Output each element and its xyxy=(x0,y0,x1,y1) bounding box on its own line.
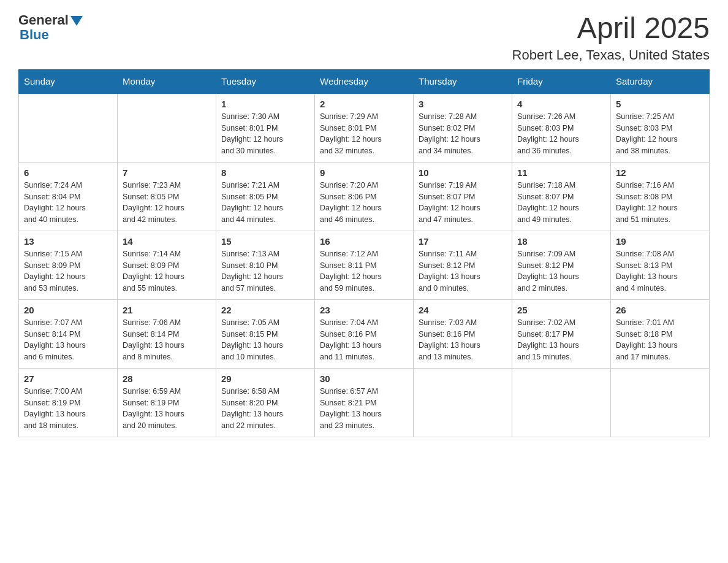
day-info: Sunrise: 7:02 AM Sunset: 8:17 PM Dayligh… xyxy=(517,317,605,363)
calendar-cell xyxy=(611,368,710,437)
day-number: 19 xyxy=(616,236,704,247)
calendar-header-row: SundayMondayTuesdayWednesdayThursdayFrid… xyxy=(19,69,710,93)
day-number: 11 xyxy=(517,167,605,178)
calendar-cell: 30Sunrise: 6:57 AM Sunset: 8:21 PM Dayli… xyxy=(315,368,414,437)
calendar-cell: 17Sunrise: 7:11 AM Sunset: 8:12 PM Dayli… xyxy=(414,231,512,299)
calendar-cell: 7Sunrise: 7:23 AM Sunset: 8:05 PM Daylig… xyxy=(118,162,216,231)
calendar-week-row: 6Sunrise: 7:24 AM Sunset: 8:04 PM Daylig… xyxy=(19,162,710,231)
day-number: 9 xyxy=(320,167,408,178)
day-number: 28 xyxy=(123,373,211,384)
calendar-cell: 3Sunrise: 7:28 AM Sunset: 8:02 PM Daylig… xyxy=(414,93,512,163)
day-info: Sunrise: 7:23 AM Sunset: 8:05 PM Dayligh… xyxy=(123,180,211,226)
calendar-cell xyxy=(512,368,611,437)
calendar-cell: 16Sunrise: 7:12 AM Sunset: 8:11 PM Dayli… xyxy=(315,231,414,299)
day-number: 13 xyxy=(24,236,112,247)
day-number: 21 xyxy=(123,305,211,315)
calendar-week-row: 20Sunrise: 7:07 AM Sunset: 8:14 PM Dayli… xyxy=(19,299,710,368)
calendar-cell: 11Sunrise: 7:18 AM Sunset: 8:07 PM Dayli… xyxy=(512,162,611,231)
day-info: Sunrise: 7:29 AM Sunset: 8:01 PM Dayligh… xyxy=(320,111,408,157)
calendar-week-row: 27Sunrise: 7:00 AM Sunset: 8:19 PM Dayli… xyxy=(19,368,710,437)
calendar-cell: 21Sunrise: 7:06 AM Sunset: 8:14 PM Dayli… xyxy=(118,299,216,368)
calendar-cell: 25Sunrise: 7:02 AM Sunset: 8:17 PM Dayli… xyxy=(512,299,611,368)
day-info: Sunrise: 7:16 AM Sunset: 8:08 PM Dayligh… xyxy=(616,180,704,226)
day-info: Sunrise: 7:05 AM Sunset: 8:15 PM Dayligh… xyxy=(221,317,309,363)
day-info: Sunrise: 7:12 AM Sunset: 8:11 PM Dayligh… xyxy=(320,248,408,294)
calendar-cell xyxy=(118,93,216,163)
calendar-cell: 22Sunrise: 7:05 AM Sunset: 8:15 PM Dayli… xyxy=(216,299,315,368)
calendar-cell: 27Sunrise: 7:00 AM Sunset: 8:19 PM Dayli… xyxy=(19,368,118,437)
calendar-cell: 15Sunrise: 7:13 AM Sunset: 8:10 PM Dayli… xyxy=(216,231,315,299)
day-number: 15 xyxy=(221,236,309,247)
day-number: 8 xyxy=(221,167,309,178)
logo-general-text: General xyxy=(18,12,69,28)
day-number: 18 xyxy=(517,236,605,247)
logo-blue-text: Blue xyxy=(18,27,49,43)
calendar-cell: 9Sunrise: 7:20 AM Sunset: 8:06 PM Daylig… xyxy=(315,162,414,231)
day-number: 30 xyxy=(320,373,408,384)
day-info: Sunrise: 7:13 AM Sunset: 8:10 PM Dayligh… xyxy=(221,248,309,294)
day-number: 2 xyxy=(320,99,408,109)
day-number: 6 xyxy=(24,167,112,178)
calendar-cell: 19Sunrise: 7:08 AM Sunset: 8:13 PM Dayli… xyxy=(611,231,710,299)
day-info: Sunrise: 6:58 AM Sunset: 8:20 PM Dayligh… xyxy=(221,386,309,432)
calendar-cell: 26Sunrise: 7:01 AM Sunset: 8:18 PM Dayli… xyxy=(611,299,710,368)
day-number: 1 xyxy=(221,99,309,109)
header-thursday: Thursday xyxy=(414,69,512,93)
day-number: 20 xyxy=(24,305,112,315)
day-info: Sunrise: 7:03 AM Sunset: 8:16 PM Dayligh… xyxy=(419,317,507,363)
day-info: Sunrise: 7:08 AM Sunset: 8:13 PM Dayligh… xyxy=(616,248,704,294)
calendar-cell: 6Sunrise: 7:24 AM Sunset: 8:04 PM Daylig… xyxy=(19,162,118,231)
calendar-cell xyxy=(19,93,118,163)
day-info: Sunrise: 7:00 AM Sunset: 8:19 PM Dayligh… xyxy=(24,386,112,432)
day-info: Sunrise: 7:20 AM Sunset: 8:06 PM Dayligh… xyxy=(320,180,408,226)
day-number: 22 xyxy=(221,305,309,315)
calendar-table: SundayMondayTuesdayWednesdayThursdayFrid… xyxy=(18,69,710,437)
day-number: 27 xyxy=(24,373,112,384)
day-number: 29 xyxy=(221,373,309,384)
day-info: Sunrise: 7:09 AM Sunset: 8:12 PM Dayligh… xyxy=(517,248,605,294)
calendar-week-row: 1Sunrise: 7:30 AM Sunset: 8:01 PM Daylig… xyxy=(19,93,710,163)
day-info: Sunrise: 7:14 AM Sunset: 8:09 PM Dayligh… xyxy=(123,248,211,294)
day-number: 16 xyxy=(320,236,408,247)
calendar-cell: 29Sunrise: 6:58 AM Sunset: 8:20 PM Dayli… xyxy=(216,368,315,437)
calendar-cell: 2Sunrise: 7:29 AM Sunset: 8:01 PM Daylig… xyxy=(315,93,414,163)
calendar-cell: 13Sunrise: 7:15 AM Sunset: 8:09 PM Dayli… xyxy=(19,231,118,299)
day-info: Sunrise: 6:57 AM Sunset: 8:21 PM Dayligh… xyxy=(320,386,408,432)
calendar-cell: 12Sunrise: 7:16 AM Sunset: 8:08 PM Dayli… xyxy=(611,162,710,231)
calendar-cell: 18Sunrise: 7:09 AM Sunset: 8:12 PM Dayli… xyxy=(512,231,611,299)
day-info: Sunrise: 7:21 AM Sunset: 8:05 PM Dayligh… xyxy=(221,180,309,226)
day-number: 17 xyxy=(419,236,507,247)
logo: General Blue xyxy=(18,12,83,43)
calendar-cell: 20Sunrise: 7:07 AM Sunset: 8:14 PM Dayli… xyxy=(19,299,118,368)
day-number: 26 xyxy=(616,305,704,315)
day-info: Sunrise: 7:26 AM Sunset: 8:03 PM Dayligh… xyxy=(517,111,605,157)
day-info: Sunrise: 7:24 AM Sunset: 8:04 PM Dayligh… xyxy=(24,180,112,226)
header-friday: Friday xyxy=(512,69,611,93)
header-sunday: Sunday xyxy=(19,69,118,93)
calendar-cell: 1Sunrise: 7:30 AM Sunset: 8:01 PM Daylig… xyxy=(216,93,315,163)
calendar-cell: 23Sunrise: 7:04 AM Sunset: 8:16 PM Dayli… xyxy=(315,299,414,368)
day-info: Sunrise: 7:07 AM Sunset: 8:14 PM Dayligh… xyxy=(24,317,112,363)
calendar-cell: 5Sunrise: 7:25 AM Sunset: 8:03 PM Daylig… xyxy=(611,93,710,163)
day-number: 12 xyxy=(616,167,704,178)
day-number: 3 xyxy=(419,99,507,109)
page-title: April 2025 xyxy=(512,12,710,45)
day-number: 10 xyxy=(419,167,507,178)
day-info: Sunrise: 6:59 AM Sunset: 8:19 PM Dayligh… xyxy=(123,386,211,432)
day-info: Sunrise: 7:28 AM Sunset: 8:02 PM Dayligh… xyxy=(419,111,507,157)
day-number: 24 xyxy=(419,305,507,315)
calendar-cell: 8Sunrise: 7:21 AM Sunset: 8:05 PM Daylig… xyxy=(216,162,315,231)
header-tuesday: Tuesday xyxy=(216,69,315,93)
day-info: Sunrise: 7:19 AM Sunset: 8:07 PM Dayligh… xyxy=(419,180,507,226)
day-info: Sunrise: 7:18 AM Sunset: 8:07 PM Dayligh… xyxy=(517,180,605,226)
page-header: General Blue April 2025 Robert Lee, Texa… xyxy=(18,12,710,63)
calendar-cell: 28Sunrise: 6:59 AM Sunset: 8:19 PM Dayli… xyxy=(118,368,216,437)
day-info: Sunrise: 7:30 AM Sunset: 8:01 PM Dayligh… xyxy=(221,111,309,157)
calendar-cell xyxy=(414,368,512,437)
day-number: 25 xyxy=(517,305,605,315)
day-info: Sunrise: 7:06 AM Sunset: 8:14 PM Dayligh… xyxy=(123,317,211,363)
calendar-cell: 10Sunrise: 7:19 AM Sunset: 8:07 PM Dayli… xyxy=(414,162,512,231)
day-number: 23 xyxy=(320,305,408,315)
day-info: Sunrise: 7:25 AM Sunset: 8:03 PM Dayligh… xyxy=(616,111,704,157)
day-info: Sunrise: 7:04 AM Sunset: 8:16 PM Dayligh… xyxy=(320,317,408,363)
